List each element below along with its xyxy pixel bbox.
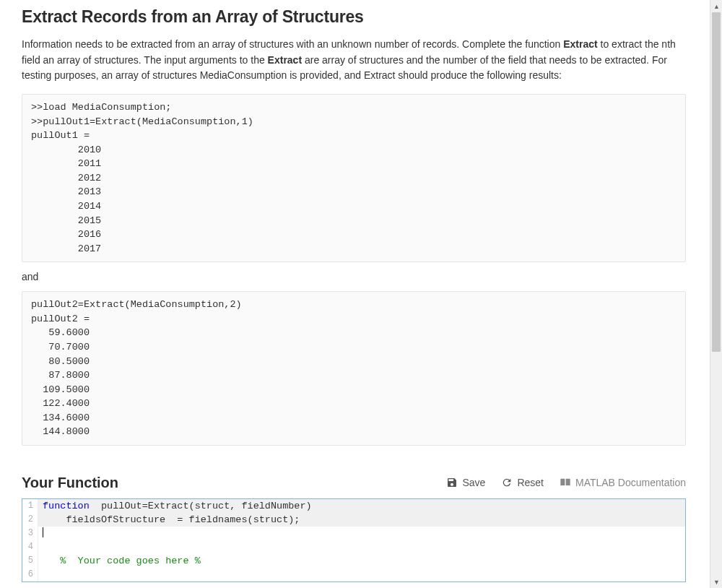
page-title: Extract Records from an Array of Structu… <box>22 7 686 27</box>
desc-bold-extract-1: Extract <box>563 38 597 50</box>
code-line-content[interactable]: % Your code goes here % <box>38 554 685 568</box>
reset-icon <box>501 477 513 488</box>
line-number: 1 <box>22 499 38 513</box>
reset-button-label: Reset <box>517 477 544 488</box>
code-line-content[interactable]: fieldsOfStructure = fieldnames(struct); <box>38 513 685 527</box>
and-text: and <box>22 271 686 282</box>
editor-line[interactable]: 3 <box>22 527 685 540</box>
desc-text: Information needs to be extracted from a… <box>22 38 563 50</box>
scroll-up-arrow-icon[interactable]: ▲ <box>710 0 722 12</box>
editor-toolbar: Save Reset MATLAB Documentation <box>446 477 686 488</box>
editor-line[interactable]: 5 % Your code goes here % <box>22 554 685 568</box>
desc-bold-extract-2: Extract <box>268 54 302 66</box>
line-number: 4 <box>22 540 38 554</box>
code-line-content[interactable] <box>38 540 685 554</box>
editor-line[interactable]: 4 <box>22 540 685 554</box>
reset-button[interactable]: Reset <box>501 477 544 488</box>
editor-line[interactable]: 6 <box>22 568 685 581</box>
line-number: 6 <box>22 568 38 581</box>
docs-link-label: MATLAB Documentation <box>575 477 686 488</box>
book-icon <box>560 477 571 488</box>
save-button-label: Save <box>462 477 485 488</box>
line-number: 3 <box>22 527 38 540</box>
code-line-content[interactable] <box>38 527 685 540</box>
description-paragraph: Information needs to be extracted from a… <box>22 37 686 84</box>
your-function-heading: Your Function <box>22 475 118 491</box>
save-button[interactable]: Save <box>446 477 485 488</box>
code-line-content[interactable] <box>38 568 685 581</box>
line-number: 2 <box>22 513 38 527</box>
vertical-scrollbar[interactable]: ▲ ▼ <box>710 0 722 588</box>
docs-link[interactable]: MATLAB Documentation <box>560 477 686 488</box>
scroll-thumb[interactable] <box>712 12 721 352</box>
editor-line[interactable]: 2 fieldsOfStructure = fieldnames(struct)… <box>22 513 685 527</box>
editor-line[interactable]: 1function pullOut=Extract(struct, fieldN… <box>22 499 685 513</box>
text-cursor <box>43 527 43 537</box>
scroll-track[interactable] <box>710 12 722 576</box>
code-line-content[interactable]: function pullOut=Extract(struct, fieldNu… <box>38 499 685 513</box>
scroll-notch <box>712 171 721 178</box>
example-output-2: pullOut2=Extract(MediaConsumption,2) pul… <box>22 291 686 446</box>
code-editor[interactable]: 1function pullOut=Extract(struct, fieldN… <box>22 498 686 582</box>
line-number: 5 <box>22 554 38 568</box>
your-function-header: Your Function Save Reset MATLAB Document… <box>22 475 686 491</box>
save-icon <box>446 477 458 488</box>
scroll-down-arrow-icon[interactable]: ▼ <box>710 576 722 588</box>
main-content: Extract Records from an Array of Structu… <box>0 0 708 588</box>
example-output-1: >>load MediaConsumption; >>pullOut1=Extr… <box>22 94 686 262</box>
